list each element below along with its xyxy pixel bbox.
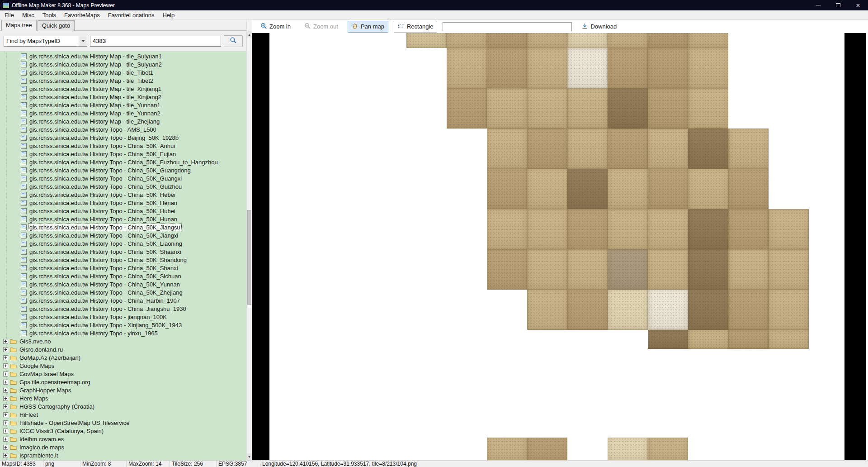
dropdown-arrow-icon[interactable] [79, 36, 87, 46]
tree-item-map[interactable]: gis.rchss.sinica.edu.tw History Map - ti… [0, 101, 246, 109]
menu-misc[interactable]: Misc [18, 10, 38, 19]
tree-item-map[interactable]: gis.rchss.sinica.edu.tw History Topo - C… [0, 296, 246, 305]
maximize-button[interactable] [828, 0, 848, 10]
plus-expander-icon[interactable] [3, 404, 8, 409]
menu-favoritelocations[interactable]: FavoriteLocations [104, 10, 159, 19]
scroll-up-arrow-icon[interactable]: ▲ [247, 31, 252, 38]
plus-expander-icon[interactable] [3, 412, 8, 417]
tree-item-map[interactable]: gis.rchss.sinica.edu.tw History Map - ti… [0, 85, 246, 93]
plus-expander-icon[interactable] [3, 380, 8, 385]
tree-item-map[interactable]: gis.rchss.sinica.edu.tw History Topo - C… [0, 305, 246, 313]
tree-item-map[interactable]: gis.rchss.sinica.edu.tw History Map - ti… [0, 52, 246, 60]
plus-expander-icon[interactable] [3, 396, 8, 401]
tree-item-folder[interactable]: Hillshade - OpenStreetMap US Tileservice [0, 419, 246, 427]
tree-item-map[interactable]: gis.rchss.sinica.edu.tw History Topo - A… [0, 125, 246, 133]
pan-map-button[interactable]: Pan map [348, 21, 388, 33]
zoom-out-button[interactable]: Zoom out [300, 21, 342, 33]
tree-item-map[interactable]: gis.rchss.sinica.edu.tw History Topo - C… [0, 280, 246, 288]
tree-item-label: gis.rchss.sinica.edu.tw History Map - ti… [28, 102, 161, 109]
tree-item-map[interactable]: gis.rchss.sinica.edu.tw History Topo - C… [0, 207, 246, 215]
tree-item-map[interactable]: gis.rchss.sinica.edu.tw History Map - ti… [0, 109, 246, 117]
tree-item-folder[interactable]: ICGC Vissir3 (Catalunya, Spain) [0, 427, 246, 435]
tree-item-map[interactable]: gis.rchss.sinica.edu.tw History Topo - X… [0, 321, 246, 329]
map-icon [21, 249, 27, 255]
download-button[interactable]: Download [577, 21, 621, 33]
tree-item-folder[interactable]: GovMap Israel Maps [0, 370, 246, 378]
map-viewport[interactable] [252, 33, 868, 460]
plus-expander-icon[interactable] [3, 363, 8, 368]
tree-item-map[interactable]: gis.rchss.sinica.edu.tw History Topo - C… [0, 256, 246, 264]
menu-tools[interactable]: Tools [38, 10, 60, 19]
scroll-down-arrow-icon[interactable]: ▼ [247, 453, 252, 460]
tree-item-map[interactable]: gis.rchss.sinica.edu.tw History Map - ti… [0, 93, 246, 101]
tree-item-map[interactable]: gis.rchss.sinica.edu.tw History Map - ti… [0, 76, 246, 85]
tree-item-folder[interactable]: Gps.tile.openstreetmap.org [0, 378, 246, 386]
tree-item-map[interactable]: gis.rchss.sinica.edu.tw History Topo - C… [0, 182, 246, 191]
tree-item-map[interactable]: gis.rchss.sinica.edu.tw History Topo - C… [0, 272, 246, 280]
tree-item-folder[interactable]: Gis3.nve.no [0, 337, 246, 345]
plus-expander-icon[interactable] [3, 445, 8, 450]
tree-item-label: gis.rchss.sinica.edu.tw History Topo - C… [28, 224, 181, 231]
tree-item-map[interactable]: gis.rchss.sinica.edu.tw History Map - ti… [0, 117, 246, 125]
search-button[interactable] [224, 35, 243, 47]
plus-expander-icon[interactable] [3, 339, 8, 344]
tree-item-folder[interactable]: Google Maps [0, 362, 246, 370]
tree-item-label: gis.rchss.sinica.edu.tw History Topo - C… [28, 240, 183, 247]
tree-item-folder[interactable]: Ideihm.covam.es [0, 435, 246, 443]
tree-item-map[interactable]: gis.rchss.sinica.edu.tw History Topo - C… [0, 248, 246, 256]
tree-item-map[interactable]: gis.rchss.sinica.edu.tw History Topo - C… [0, 288, 246, 296]
plus-expander-icon[interactable] [3, 355, 8, 360]
tree-item-map[interactable]: gis.rchss.sinica.edu.tw History Topo - y… [0, 329, 246, 337]
scrollbar-thumb[interactable] [247, 210, 251, 305]
menu-help[interactable]: Help [158, 10, 179, 19]
map-tile [447, 48, 487, 88]
toolbar-input[interactable] [443, 22, 572, 31]
zoom-in-button[interactable]: Zoom in [256, 21, 295, 33]
tab-quick-goto[interactable]: Quick goto [38, 20, 75, 31]
plus-expander-icon[interactable] [3, 453, 8, 458]
tree-item-map[interactable]: gis.rchss.sinica.edu.tw History Topo - j… [0, 313, 246, 321]
tree-item-map[interactable]: gis.rchss.sinica.edu.tw History Topo - C… [0, 166, 246, 174]
tree-item-map[interactable]: gis.rchss.sinica.edu.tw History Topo - C… [0, 215, 246, 223]
tree-item-map[interactable]: gis.rchss.sinica.edu.tw History Topo - C… [0, 231, 246, 239]
status-bar: MapsID: 4383 png MinZoom: 8 MaxZoom: 14 … [0, 460, 868, 467]
plus-expander-icon[interactable] [3, 388, 8, 393]
tree-item-map[interactable]: gis.rchss.sinica.edu.tw History Topo - C… [0, 174, 246, 182]
plus-expander-icon[interactable] [3, 437, 8, 442]
tree-item-label: gis.rchss.sinica.edu.tw History Topo - C… [28, 159, 219, 166]
find-input[interactable] [90, 36, 221, 47]
tree-item-folder[interactable]: HiFleet [0, 410, 246, 419]
tree-item-map[interactable]: gis.rchss.sinica.edu.tw History Topo - C… [0, 191, 246, 199]
minimize-button[interactable] [808, 0, 828, 10]
plus-expander-icon[interactable] [3, 347, 8, 352]
tree-item-map[interactable]: gis.rchss.sinica.edu.tw History Map - ti… [0, 60, 246, 68]
tree-item-folder[interactable]: GoMap.Az (Azerbaijan) [0, 353, 246, 362]
close-button[interactable]: × [848, 0, 868, 10]
tree-item-map[interactable]: gis.rchss.sinica.edu.tw History Topo - B… [0, 133, 246, 142]
tree-item-label: gis.rchss.sinica.edu.tw History Topo - C… [28, 183, 183, 190]
tree-item-map[interactable]: gis.rchss.sinica.edu.tw History Topo - C… [0, 150, 246, 158]
plus-expander-icon[interactable] [3, 429, 8, 434]
tree-item-folder[interactable]: Isprambiente.it [0, 451, 246, 459]
tree-item-map[interactable]: gis.rchss.sinica.edu.tw History Topo - C… [0, 223, 246, 231]
tree-item-map[interactable]: gis.rchss.sinica.edu.tw History Map - ti… [0, 68, 246, 76]
find-by-dropdown[interactable]: Find by MapsTypeID [4, 36, 87, 47]
rectangle-button[interactable]: Rectangle [394, 21, 438, 33]
tree-item-folder[interactable]: GraphHopper Maps [0, 386, 246, 394]
tree-item-folder[interactable]: Gisro.donland.ru [0, 345, 246, 353]
tree-item-map[interactable]: gis.rchss.sinica.edu.tw History Topo - C… [0, 264, 246, 272]
tree-item-folder[interactable]: Imagico.de maps [0, 443, 246, 451]
menu-favoritemaps[interactable]: FavoriteMaps [60, 10, 104, 19]
tree-item-folder[interactable]: Here Maps [0, 394, 246, 402]
tab-maps-tree[interactable]: Maps tree [1, 20, 37, 31]
tree-item-folder[interactable]: HGSS Cartography (Croatia) [0, 402, 246, 410]
tree-item-map[interactable]: gis.rchss.sinica.edu.tw History Topo - C… [0, 142, 246, 150]
plus-expander-icon[interactable] [3, 372, 8, 376]
tree-item-map[interactable]: gis.rchss.sinica.edu.tw History Topo - C… [0, 199, 246, 207]
map-icon [21, 167, 27, 173]
plus-expander-icon[interactable] [3, 420, 8, 425]
tree-scrollbar[interactable]: ▲ ▼ [246, 20, 252, 460]
tree-item-map[interactable]: gis.rchss.sinica.edu.tw History Topo - C… [0, 158, 246, 166]
menu-file[interactable]: File [0, 10, 18, 19]
tree-item-map[interactable]: gis.rchss.sinica.edu.tw History Topo - C… [0, 239, 246, 248]
